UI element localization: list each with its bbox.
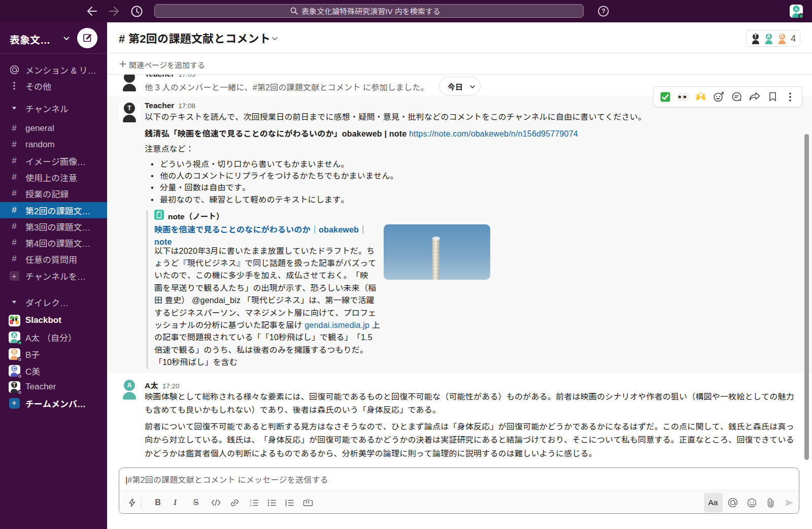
svg-text:1: 1 — [250, 499, 252, 503]
svg-text:?: ? — [601, 8, 605, 15]
svg-text:2: 2 — [250, 503, 252, 507]
